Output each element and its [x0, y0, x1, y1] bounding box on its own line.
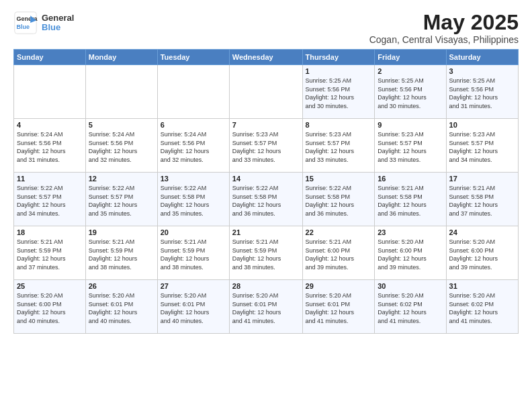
day-info: Sunrise: 5:20 AMSunset: 6:00 PMDaylight:… [17, 291, 83, 325]
day-info: Sunrise: 5:21 AMSunset: 5:58 PMDaylight:… [378, 184, 443, 218]
day-info: Sunrise: 5:22 AMSunset: 5:58 PMDaylight:… [161, 184, 226, 218]
day-cell: 20Sunrise: 5:21 AMSunset: 5:59 PMDayligh… [157, 226, 229, 280]
day-info: Sunrise: 5:22 AMSunset: 5:58 PMDaylight:… [306, 184, 372, 218]
logo-general-text: General [42, 13, 74, 23]
day-number: 28 [232, 282, 300, 290]
week-row-4: 25Sunrise: 5:20 AMSunset: 6:00 PMDayligh… [14, 280, 519, 334]
day-info: Sunrise: 5:20 AMSunset: 6:00 PMDaylight:… [449, 238, 515, 271]
day-number: 3 [449, 67, 515, 75]
day-number: 14 [232, 175, 300, 183]
day-info: Sunrise: 5:23 AMSunset: 5:57 PMDaylight:… [306, 130, 372, 164]
day-number: 16 [378, 175, 443, 183]
day-number: 26 [89, 282, 154, 290]
day-info: Sunrise: 5:25 AMSunset: 5:56 PMDaylight:… [378, 77, 443, 110]
day-cell: 26Sunrise: 5:20 AMSunset: 6:01 PMDayligh… [85, 280, 157, 334]
day-cell: 6Sunrise: 5:24 AMSunset: 5:56 PMDaylight… [157, 119, 229, 173]
day-cell: 13Sunrise: 5:22 AMSunset: 5:58 PMDayligh… [157, 173, 229, 226]
day-number: 2 [378, 67, 443, 75]
day-info: Sunrise: 5:24 AMSunset: 5:56 PMDaylight:… [17, 130, 83, 164]
day-cell: 9Sunrise: 5:23 AMSunset: 5:57 PMDaylight… [375, 119, 446, 173]
day-info: Sunrise: 5:20 AMSunset: 6:01 PMDaylight:… [306, 291, 372, 325]
day-cell: 31Sunrise: 5:20 AMSunset: 6:02 PMDayligh… [446, 280, 518, 334]
day-cell: 29Sunrise: 5:20 AMSunset: 6:01 PMDayligh… [302, 280, 375, 334]
day-number: 13 [161, 175, 226, 183]
day-number: 8 [306, 121, 372, 129]
day-cell: 14Sunrise: 5:22 AMSunset: 5:58 PMDayligh… [229, 173, 302, 226]
day-number: 4 [17, 121, 83, 129]
day-number: 19 [89, 228, 154, 236]
day-cell: 18Sunrise: 5:21 AMSunset: 5:59 PMDayligh… [14, 226, 86, 280]
day-cell: 30Sunrise: 5:20 AMSunset: 6:02 PMDayligh… [375, 280, 446, 334]
title-block: May 2025 Cogan, Central Visayas, Philipp… [369, 11, 519, 45]
day-info: Sunrise: 5:24 AMSunset: 5:56 PMDaylight:… [89, 130, 154, 164]
header-row: Sunday Monday Tuesday Wednesday Thursday… [14, 50, 519, 65]
day-cell: 28Sunrise: 5:20 AMSunset: 6:01 PMDayligh… [229, 280, 302, 334]
week-row-2: 11Sunrise: 5:22 AMSunset: 5:57 PMDayligh… [14, 173, 519, 226]
day-cell [85, 65, 157, 119]
day-cell: 12Sunrise: 5:22 AMSunset: 5:57 PMDayligh… [85, 173, 157, 226]
day-cell: 1Sunrise: 5:25 AMSunset: 5:56 PMDaylight… [302, 65, 375, 119]
day-number: 20 [161, 228, 226, 236]
day-cell: 3Sunrise: 5:25 AMSunset: 5:56 PMDaylight… [446, 65, 518, 119]
header-sunday: Sunday [14, 50, 86, 65]
day-number: 23 [378, 228, 443, 236]
day-number: 31 [449, 282, 515, 290]
day-cell: 4Sunrise: 5:24 AMSunset: 5:56 PMDaylight… [14, 119, 86, 173]
header: General Blue General Blue May 2025 Cogan… [13, 11, 519, 45]
calendar-title: May 2025 [369, 11, 519, 34]
header-wednesday: Wednesday [229, 50, 302, 65]
day-number: 18 [17, 228, 83, 236]
day-cell [157, 65, 229, 119]
day-info: Sunrise: 5:23 AMSunset: 5:57 PMDaylight:… [378, 130, 443, 164]
day-number: 30 [378, 282, 443, 290]
day-cell: 15Sunrise: 5:22 AMSunset: 5:58 PMDayligh… [302, 173, 375, 226]
day-number: 11 [17, 175, 83, 183]
day-info: Sunrise: 5:21 AMSunset: 5:58 PMDaylight:… [449, 184, 515, 218]
day-cell: 16Sunrise: 5:21 AMSunset: 5:58 PMDayligh… [375, 173, 446, 226]
day-cell: 25Sunrise: 5:20 AMSunset: 6:00 PMDayligh… [14, 280, 86, 334]
day-info: Sunrise: 5:20 AMSunset: 6:01 PMDaylight:… [161, 291, 226, 325]
day-info: Sunrise: 5:20 AMSunset: 6:02 PMDaylight:… [449, 291, 515, 325]
header-tuesday: Tuesday [157, 50, 229, 65]
day-number: 10 [449, 121, 515, 129]
day-info: Sunrise: 5:23 AMSunset: 5:57 PMDaylight:… [232, 130, 300, 164]
day-info: Sunrise: 5:24 AMSunset: 5:56 PMDaylight:… [161, 130, 226, 164]
day-info: Sunrise: 5:21 AMSunset: 5:59 PMDaylight:… [232, 238, 300, 271]
day-number: 21 [232, 228, 300, 236]
day-info: Sunrise: 5:21 AMSunset: 6:00 PMDaylight:… [306, 238, 372, 271]
day-number: 29 [306, 282, 372, 290]
header-friday: Friday [375, 50, 446, 65]
day-cell: 27Sunrise: 5:20 AMSunset: 6:01 PMDayligh… [157, 280, 229, 334]
page: General Blue General Blue May 2025 Cogan… [0, 0, 532, 411]
day-number: 6 [161, 121, 226, 129]
day-info: Sunrise: 5:20 AMSunset: 6:01 PMDaylight:… [232, 291, 300, 325]
day-cell: 17Sunrise: 5:21 AMSunset: 5:58 PMDayligh… [446, 173, 518, 226]
day-info: Sunrise: 5:21 AMSunset: 5:59 PMDaylight:… [89, 238, 154, 271]
day-cell [229, 65, 302, 119]
logo-blue-text: Blue [42, 23, 74, 32]
day-cell: 19Sunrise: 5:21 AMSunset: 5:59 PMDayligh… [85, 226, 157, 280]
day-number: 27 [161, 282, 226, 290]
day-number: 5 [89, 121, 154, 129]
svg-text:Blue: Blue [17, 24, 30, 30]
day-info: Sunrise: 5:20 AMSunset: 6:00 PMDaylight:… [378, 238, 443, 271]
day-info: Sunrise: 5:20 AMSunset: 6:01 PMDaylight:… [89, 291, 154, 325]
day-info: Sunrise: 5:21 AMSunset: 5:59 PMDaylight:… [161, 238, 226, 271]
header-thursday: Thursday [302, 50, 375, 65]
day-cell: 22Sunrise: 5:21 AMSunset: 6:00 PMDayligh… [302, 226, 375, 280]
logo-icon: General Blue [13, 11, 38, 35]
day-number: 1 [306, 67, 372, 75]
day-info: Sunrise: 5:23 AMSunset: 5:57 PMDaylight:… [449, 130, 515, 164]
day-cell: 2Sunrise: 5:25 AMSunset: 5:56 PMDaylight… [375, 65, 446, 119]
calendar-subtitle: Cogan, Central Visayas, Philippines [369, 34, 519, 45]
day-number: 9 [378, 121, 443, 129]
logo-text: General Blue [42, 13, 74, 33]
day-info: Sunrise: 5:22 AMSunset: 5:57 PMDaylight:… [89, 184, 154, 218]
day-info: Sunrise: 5:20 AMSunset: 6:02 PMDaylight:… [378, 291, 443, 325]
calendar-table: Sunday Monday Tuesday Wednesday Thursday… [13, 49, 519, 334]
day-info: Sunrise: 5:22 AMSunset: 5:57 PMDaylight:… [17, 184, 83, 218]
day-info: Sunrise: 5:25 AMSunset: 5:56 PMDaylight:… [449, 77, 515, 110]
day-cell: 10Sunrise: 5:23 AMSunset: 5:57 PMDayligh… [446, 119, 518, 173]
day-cell: 5Sunrise: 5:24 AMSunset: 5:56 PMDaylight… [85, 119, 157, 173]
logo: General Blue General Blue [13, 11, 74, 35]
